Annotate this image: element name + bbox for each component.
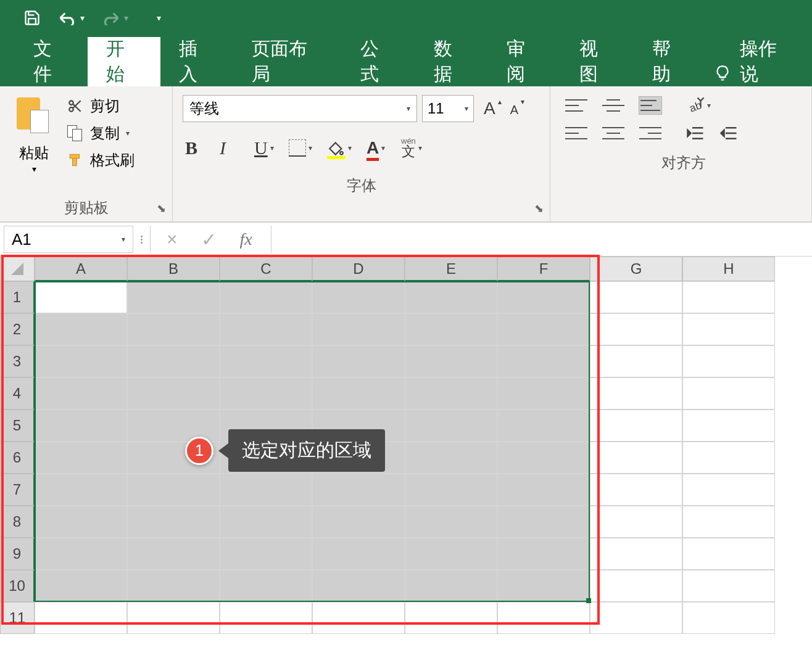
save-button[interactable] xyxy=(23,9,41,27)
undo-button[interactable]: ▾ xyxy=(58,10,85,25)
column-header[interactable]: H xyxy=(682,257,775,281)
cell[interactable] xyxy=(220,313,312,345)
cell[interactable] xyxy=(35,377,127,409)
cell[interactable] xyxy=(312,345,405,377)
cell[interactable] xyxy=(497,602,590,634)
cell[interactable] xyxy=(35,506,127,538)
tab-home[interactable]: 开始 xyxy=(88,37,160,86)
cell[interactable] xyxy=(682,570,775,602)
cell[interactable] xyxy=(220,377,312,409)
cell[interactable] xyxy=(312,313,405,345)
customize-qat-icon[interactable]: ▾ xyxy=(157,13,161,23)
cell[interactable] xyxy=(405,442,497,474)
column-header[interactable]: F xyxy=(497,257,590,281)
cell[interactable] xyxy=(590,474,682,506)
dialog-launcher-icon[interactable]: ⬊ xyxy=(534,202,544,215)
column-header[interactable]: E xyxy=(405,257,497,281)
cell[interactable] xyxy=(682,506,775,538)
cancel-icon[interactable]: × xyxy=(167,229,178,250)
cell[interactable] xyxy=(497,506,590,538)
align-center-button[interactable] xyxy=(602,125,624,142)
border-button[interactable]: ▾ xyxy=(289,139,312,157)
confirm-icon[interactable]: ✓ xyxy=(201,229,217,250)
cell[interactable] xyxy=(405,281,497,313)
align-right-button[interactable] xyxy=(639,125,661,142)
orientation-button[interactable]: ab ▾ xyxy=(686,96,711,115)
row-header[interactable]: 11 xyxy=(0,602,35,634)
cell[interactable] xyxy=(682,409,775,442)
row-header[interactable]: 7 xyxy=(0,474,35,506)
tab-page-layout[interactable]: 页面布局 xyxy=(233,37,342,86)
paste-button[interactable]: 粘贴 ▾ xyxy=(7,91,60,192)
cell[interactable] xyxy=(682,602,775,634)
cell[interactable] xyxy=(682,313,775,345)
cell[interactable] xyxy=(682,281,775,313)
column-header[interactable]: A xyxy=(35,257,127,281)
cell[interactable] xyxy=(405,313,497,345)
column-header[interactable]: B xyxy=(127,257,220,281)
fill-color-button[interactable]: ▾ xyxy=(327,139,352,157)
decrease-indent-button[interactable] xyxy=(686,125,705,141)
increase-font-button[interactable]: A▴ xyxy=(479,99,500,118)
cell[interactable] xyxy=(682,474,775,506)
cell[interactable] xyxy=(682,538,775,570)
align-bottom-button[interactable] xyxy=(639,97,661,114)
cell[interactable] xyxy=(220,281,312,313)
copy-button[interactable]: 复制 ▾ xyxy=(67,123,135,143)
cell[interactable] xyxy=(405,409,497,442)
decrease-font-button[interactable]: A▾ xyxy=(505,99,523,118)
row-header[interactable]: 10 xyxy=(0,570,35,602)
cell[interactable] xyxy=(590,281,682,313)
tab-view[interactable]: 视图 xyxy=(561,37,634,86)
cell[interactable] xyxy=(127,281,220,313)
row-header[interactable]: 9 xyxy=(0,538,35,570)
cell[interactable] xyxy=(35,345,127,377)
underline-button[interactable]: U▾ xyxy=(254,138,274,158)
row-header[interactable]: 3 xyxy=(0,345,35,377)
cell[interactable] xyxy=(405,538,497,570)
align-middle-button[interactable] xyxy=(602,97,624,114)
column-header[interactable]: G xyxy=(590,257,682,281)
cell[interactable] xyxy=(497,570,590,602)
cell[interactable] xyxy=(220,474,312,506)
cell[interactable] xyxy=(590,313,682,345)
cell[interactable] xyxy=(497,281,590,313)
cell[interactable] xyxy=(497,538,590,570)
cell[interactable] xyxy=(312,281,405,313)
font-name-select[interactable]: 等线 ▾ xyxy=(183,95,417,122)
cell[interactable] xyxy=(35,409,127,442)
cell[interactable] xyxy=(682,442,775,474)
cell[interactable] xyxy=(497,345,590,377)
row-header[interactable]: 1 xyxy=(0,281,35,313)
cell[interactable] xyxy=(220,570,312,602)
cell[interactable] xyxy=(312,570,405,602)
tab-review[interactable]: 审阅 xyxy=(488,37,561,86)
cell[interactable] xyxy=(127,602,220,634)
cell[interactable] xyxy=(497,313,590,345)
cell[interactable] xyxy=(497,409,590,442)
cell[interactable] xyxy=(35,602,127,634)
tab-data[interactable]: 数据 xyxy=(415,37,488,86)
tab-insert[interactable]: 插入 xyxy=(160,37,233,86)
align-top-button[interactable] xyxy=(565,97,587,114)
cell[interactable] xyxy=(590,442,682,474)
cell[interactable] xyxy=(127,313,220,345)
cell[interactable] xyxy=(220,538,312,570)
cell[interactable] xyxy=(497,442,590,474)
cell[interactable] xyxy=(35,538,127,570)
cell[interactable] xyxy=(127,570,220,602)
column-header[interactable]: D xyxy=(312,257,405,281)
row-header[interactable]: 4 xyxy=(0,377,35,409)
cell[interactable] xyxy=(35,442,127,474)
cell[interactable] xyxy=(682,377,775,409)
phonetic-button[interactable]: wén文 ▾ xyxy=(401,137,422,158)
cell[interactable] xyxy=(127,345,220,377)
cell[interactable] xyxy=(590,538,682,570)
cell[interactable] xyxy=(127,506,220,538)
format-painter-button[interactable]: 格式刷 xyxy=(67,150,135,170)
cell[interactable] xyxy=(590,506,682,538)
cell[interactable] xyxy=(127,377,220,409)
cell[interactable] xyxy=(405,570,497,602)
row-header[interactable]: 2 xyxy=(0,313,35,345)
font-size-select[interactable]: 11 ▾ xyxy=(422,95,474,122)
